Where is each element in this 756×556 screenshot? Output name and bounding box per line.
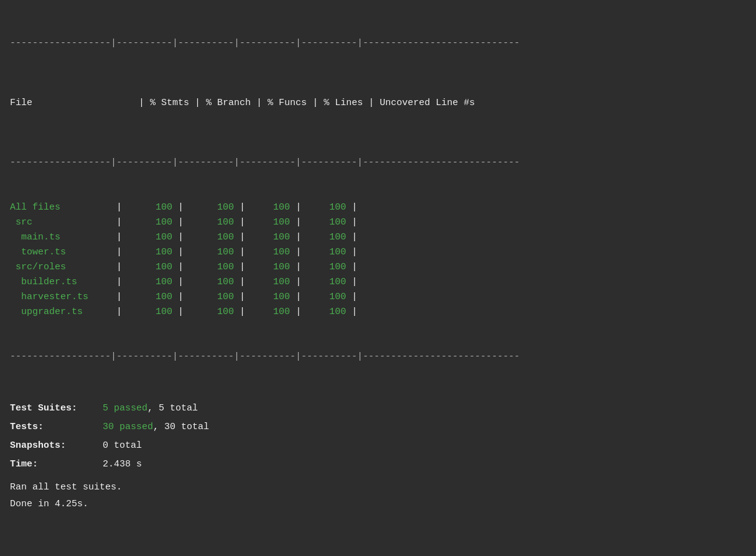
table-row: upgrader.ts | 100 | 100 | 100 | 100 | — [10, 305, 746, 320]
row-funcs: 100 — [245, 247, 290, 257]
row-funcs: 100 — [245, 217, 290, 228]
header-file: File — [10, 98, 32, 108]
table-row: All files | 100 | 100 | 100 | 100 | — [10, 200, 746, 215]
row-funcs: 100 — [245, 277, 290, 287]
test-suites-row: Test Suites: 5 passed, 5 total — [10, 399, 746, 418]
header-branch: % Branch — [206, 98, 251, 108]
row-branch: 100 — [184, 262, 234, 272]
row-name: upgrader.ts — [10, 307, 111, 317]
tests-label: Tests: — [10, 418, 97, 437]
row-stmts: 100 — [128, 292, 172, 302]
divider-top: ------------------|----------|----------… — [10, 36, 746, 51]
divider-mid: ------------------|----------|----------… — [10, 155, 746, 170]
tests-total: , 30 total — [153, 422, 209, 432]
header-row: File | % Stmts | % Branch | % Funcs | % … — [10, 81, 746, 126]
ran-all-text: Ran all test suites. — [10, 479, 746, 496]
row-lines: 100 — [301, 262, 346, 272]
row-name: src — [10, 217, 111, 228]
row-lines: 100 — [301, 307, 346, 317]
header-lines: % Lines — [324, 98, 363, 108]
row-stmts: 100 — [128, 232, 172, 243]
row-branch: 100 — [184, 307, 234, 317]
test-suites-total: , 5 total — [147, 403, 198, 414]
row-funcs: 100 — [245, 202, 290, 213]
coverage-table: ------------------|----------|----------… — [10, 6, 746, 379]
row-funcs: 100 — [245, 262, 290, 272]
row-stmts: 100 — [128, 247, 172, 257]
snapshots-value: 0 total — [103, 440, 142, 451]
row-stmts: 100 — [128, 262, 172, 272]
header-funcs: % Funcs — [268, 98, 307, 108]
footer-text: Ran all test suites. Done in 4.25s. — [10, 479, 746, 512]
row-name: All files — [10, 202, 111, 213]
done-text: Done in 4.25s. — [10, 496, 746, 512]
row-branch: 100 — [184, 277, 234, 287]
row-funcs: 100 — [245, 307, 290, 317]
time-label: Time: — [10, 455, 97, 474]
divider-bottom: ------------------|----------|----------… — [10, 350, 746, 364]
table-row: tower.ts | 100 | 100 | 100 | 100 | — [10, 245, 746, 260]
table-rows: All files | 100 | 100 | 100 | 100 | src … — [10, 200, 746, 320]
row-lines: 100 — [301, 277, 346, 287]
time-row: Time: 2.438 s — [10, 455, 746, 474]
row-name: builder.ts — [10, 277, 111, 287]
test-suites-passed: 5 passed — [103, 403, 147, 414]
row-stmts: 100 — [128, 217, 172, 228]
row-stmts: 100 — [128, 307, 172, 317]
row-name: src/roles — [10, 262, 111, 272]
row-stmts: 100 — [128, 202, 172, 213]
row-lines: 100 — [301, 292, 346, 302]
row-lines: 100 — [301, 232, 346, 243]
row-lines: 100 — [301, 217, 346, 228]
row-lines: 100 — [301, 202, 346, 213]
tests-passed: 30 passed — [103, 422, 153, 432]
table-row: src | 100 | 100 | 100 | 100 | — [10, 215, 746, 230]
table-row: builder.ts | 100 | 100 | 100 | 100 | — [10, 275, 746, 290]
row-branch: 100 — [184, 232, 234, 243]
row-branch: 100 — [184, 247, 234, 257]
summary-section: Test Suites: 5 passed, 5 total Tests: 30… — [10, 399, 746, 474]
time-value: 2.438 s — [103, 459, 142, 470]
test-suites-label: Test Suites: — [10, 399, 97, 418]
table-row: harvester.ts | 100 | 100 | 100 | 100 | — [10, 290, 746, 305]
row-stmts: 100 — [128, 277, 172, 287]
row-name: tower.ts — [10, 247, 111, 257]
row-name: harvester.ts — [10, 292, 111, 302]
snapshots-row: Snapshots: 0 total — [10, 437, 746, 455]
snapshots-label: Snapshots: — [10, 437, 97, 455]
row-branch: 100 — [184, 217, 234, 228]
row-name: main.ts — [10, 232, 111, 243]
row-branch: 100 — [184, 292, 234, 302]
row-lines: 100 — [301, 247, 346, 257]
table-row: main.ts | 100 | 100 | 100 | 100 | — [10, 230, 746, 245]
table-row: src/roles | 100 | 100 | 100 | 100 | — [10, 260, 746, 275]
row-funcs: 100 — [245, 232, 290, 243]
row-branch: 100 — [184, 202, 234, 213]
header-uncovered: Uncovered Line #s — [380, 98, 475, 108]
row-funcs: 100 — [245, 292, 290, 302]
tests-row: Tests: 30 passed, 30 total — [10, 418, 746, 437]
header-stmts: % Stmts — [150, 98, 189, 108]
